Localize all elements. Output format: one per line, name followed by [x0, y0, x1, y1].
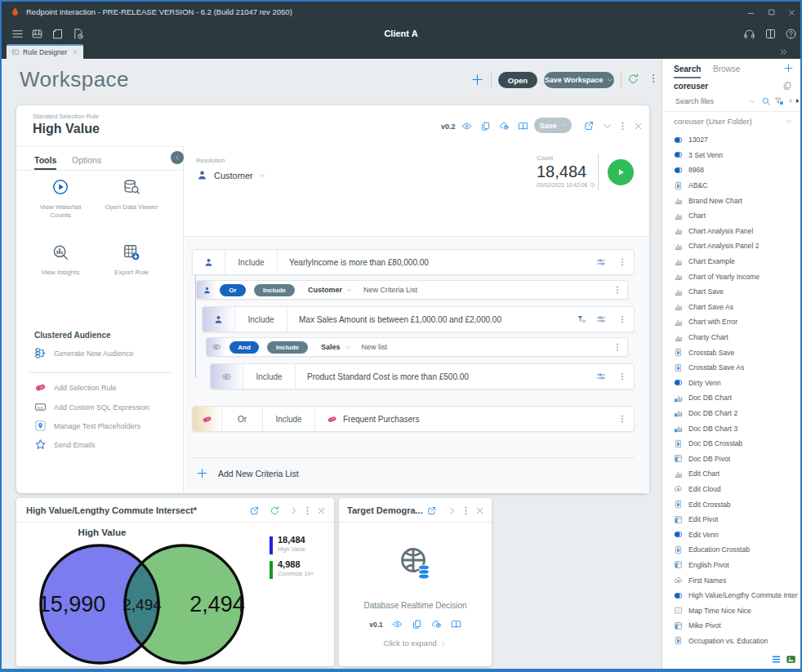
sliders-icon[interactable] — [596, 257, 606, 267]
tab-tools[interactable]: Tools — [34, 155, 56, 170]
external-link-icon[interactable] — [426, 505, 437, 516]
list-item[interactable]: Crosstab Save — [674, 345, 798, 360]
list-item[interactable]: Chart of Yearly Income — [674, 269, 798, 284]
group-resolution[interactable]: Sales — [321, 343, 341, 351]
tab-search[interactable]: Search — [674, 65, 701, 78]
book-icon[interactable] — [764, 28, 777, 40]
copy-icon[interactable] — [480, 121, 491, 131]
view-waterfall-counts-button[interactable]: View Waterfall Counts — [29, 178, 92, 220]
click-to-expand[interactable]: Click to expand — [339, 639, 492, 648]
page-prev-icon[interactable] — [786, 97, 794, 105]
list-item[interactable]: 3 Set Venn — [674, 148, 798, 163]
list-item[interactable]: High Value/Lengthy Commute Intersect — [674, 588, 798, 603]
list-item[interactable]: Chart Save As — [674, 300, 798, 315]
close-window-button[interactable] — [782, 6, 800, 19]
group-resolution[interactable]: Customer — [308, 286, 342, 294]
publish-icon[interactable] — [431, 619, 442, 630]
chevron-down-icon[interactable] — [749, 98, 756, 105]
kebab-menu-icon[interactable] — [613, 342, 622, 352]
list-item[interactable]: English Pivot — [674, 558, 798, 573]
open-button[interactable]: Open — [498, 72, 537, 88]
criteria-row[interactable]: Include Product Standard Cost is more th… — [210, 363, 635, 389]
search-icon[interactable] — [761, 96, 771, 106]
add-file-icon[interactable] — [783, 63, 794, 73]
list-item[interactable]: Chart Save — [674, 284, 798, 300]
list-item[interactable]: Mike Pivot — [674, 618, 798, 634]
list-item[interactable]: Dirty Venn — [674, 376, 798, 391]
add-new-criteria-list-button[interactable]: Add New Criteria List — [196, 467, 299, 479]
thumbnail-view-icon[interactable] — [786, 654, 796, 665]
venn-diagram[interactable]: 15,990 2,494 2,494 — [23, 526, 268, 665]
list-item[interactable]: Map Time Nice Nice — [674, 603, 798, 618]
page-next-icon[interactable] — [794, 97, 801, 105]
list-item[interactable]: Edit Cloud — [674, 482, 798, 497]
kebab-menu-icon[interactable] — [617, 121, 628, 131]
list-item[interactable]: Crosstab Save As — [674, 360, 798, 376]
close-panel-icon[interactable] — [316, 505, 327, 516]
eye-icon[interactable] — [392, 619, 403, 630]
kebab-menu-icon[interactable] — [617, 257, 627, 267]
minimize-button[interactable] — [742, 6, 760, 19]
list-item[interactable]: Chart Analysis Panel — [674, 224, 798, 239]
run-count-button[interactable] — [608, 159, 634, 185]
send-emails-link[interactable]: Send Emails — [34, 438, 96, 451]
add-workspace-icon[interactable] — [470, 73, 484, 87]
help-icon[interactable] — [785, 28, 797, 40]
generate-new-audience-link[interactable]: Generate New Audience — [34, 347, 134, 359]
tab-options[interactable]: Options — [72, 155, 101, 165]
list-item[interactable]: Edit Venn — [674, 527, 798, 542]
kebab-menu-icon[interactable] — [461, 505, 471, 516]
group-name[interactable]: New Criteria List — [363, 286, 417, 294]
export-rule-button[interactable]: Export Rule — [100, 243, 163, 277]
list-item[interactable]: AB&C — [674, 178, 798, 194]
maximize-button[interactable] — [763, 6, 781, 19]
tab-overflow-icon[interactable] — [779, 47, 788, 56]
criteria-row[interactable]: Include Max Sales Amount is between £1,0… — [202, 306, 635, 332]
collapse-card-icon[interactable] — [602, 121, 613, 131]
criteria-row[interactable]: Include YearlyIncome is more than £80,00… — [192, 249, 635, 275]
include-pill[interactable]: Include — [267, 341, 308, 354]
collapse-tools-button[interactable] — [171, 151, 184, 164]
external-link-icon[interactable] — [249, 505, 260, 516]
search-query[interactable]: coreuser — [674, 82, 708, 91]
list-item[interactable]: Doc DB Pivot — [674, 451, 798, 466]
tab-rule-designer[interactable]: Rule Designer — [7, 44, 83, 59]
copy-icon[interactable] — [412, 619, 422, 630]
list-item[interactable]: Chart Example — [674, 254, 798, 269]
list-item[interactable]: Edit Chart — [674, 466, 798, 482]
chevron-down-icon[interactable] — [785, 118, 792, 125]
view-insights-button[interactable]: View Insights — [29, 243, 92, 277]
list-item[interactable]: Education Crosstab — [674, 542, 798, 558]
headphones-icon[interactable] — [743, 28, 755, 40]
chevron-right-icon[interactable] — [288, 505, 299, 516]
book-open-icon[interactable] — [518, 121, 528, 131]
add-custom-sql-link[interactable]: SQL Add Custom SQL Expression — [34, 401, 149, 413]
kebab-menu-icon[interactable] — [617, 414, 627, 424]
list-item[interactable]: 13027 — [674, 132, 798, 148]
book-open-icon[interactable] — [451, 619, 461, 630]
list-item[interactable]: Occupation vs. Education — [674, 634, 798, 649]
add-selection-rule-link[interactable]: Add Selection Rule — [34, 381, 117, 394]
include-pill[interactable]: Include — [254, 284, 295, 296]
publish-icon[interactable] — [499, 121, 510, 131]
chevron-right-icon[interactable] — [447, 505, 457, 516]
close-panel-icon[interactable] — [475, 505, 485, 516]
list-item[interactable]: Edit Crosstab — [674, 496, 798, 512]
close-card-icon[interactable] — [633, 121, 644, 131]
kebab-menu-icon[interactable] — [617, 314, 627, 324]
external-link-icon[interactable] — [583, 120, 595, 131]
criteria-group-header[interactable]: Or Include Customer New Criteria List — [196, 280, 628, 300]
kebab-menu-icon[interactable] — [613, 285, 622, 295]
list-item[interactable]: 8968 — [674, 162, 798, 178]
filter-icon[interactable] — [774, 96, 784, 106]
filter-forward-icon[interactable] — [577, 314, 586, 324]
list-item[interactable]: Doc DB Chart 3 — [674, 421, 798, 436]
list-item[interactable]: Doc DB Chart 2 — [674, 406, 798, 421]
manage-test-placeholders-link[interactable]: Manage Test Placeholders — [34, 420, 140, 432]
list-item[interactable]: Edit Pivot — [674, 512, 798, 527]
operator-pill[interactable]: Or — [220, 284, 246, 296]
copy-icon[interactable] — [782, 81, 792, 91]
folder-header[interactable]: coreuser (User Folder) — [674, 117, 752, 126]
criteria-group-header[interactable]: And Include Sales New list — [206, 337, 628, 357]
list-item[interactable]: Chart Analysis Panel 2 — [674, 238, 798, 254]
